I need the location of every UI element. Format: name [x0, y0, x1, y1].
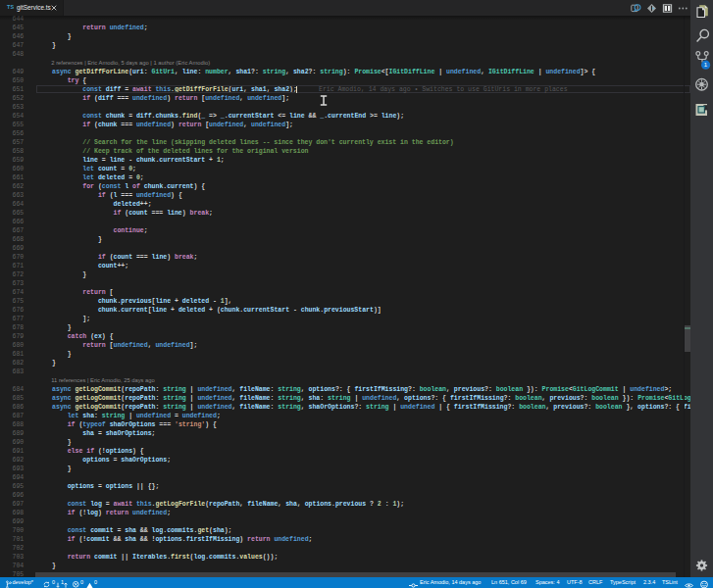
svg-text:1: 1	[704, 61, 708, 68]
